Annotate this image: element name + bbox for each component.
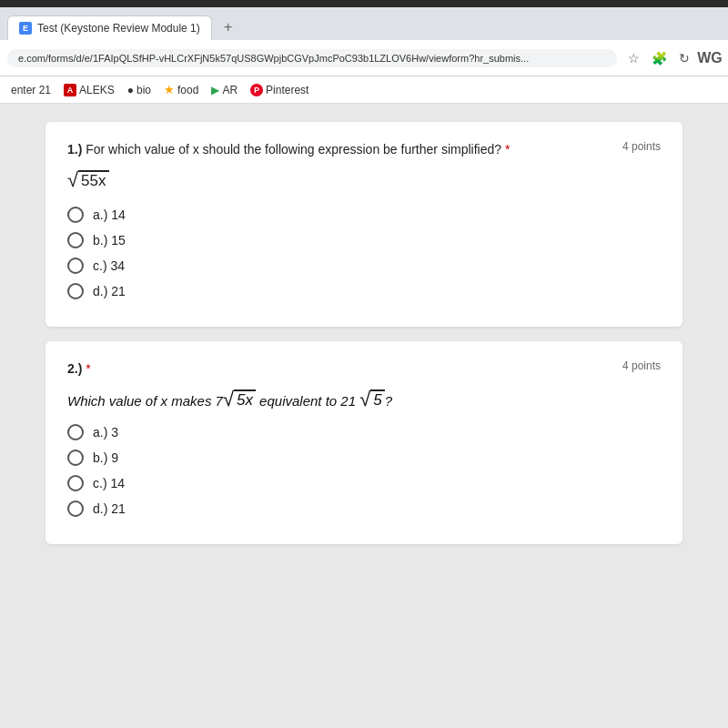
- browser-top-edge: [0, 0, 728, 7]
- ar-icon: ▶: [211, 84, 219, 96]
- url-input[interactable]: e.com/forms/d/e/1FAIpQLSfHP-vHLCrXFjN5k5…: [7, 49, 617, 67]
- q2-expression-text: Which value of x makes 7√5x equivalent t…: [67, 389, 661, 410]
- q1-label-a: a.) 14: [93, 207, 126, 222]
- q1-option-d[interactable]: d.) 21: [67, 283, 661, 299]
- bookmark-bio[interactable]: ● bio: [124, 82, 155, 98]
- question-1-card: 1.) For which value of x should the foll…: [46, 122, 682, 327]
- q2-label-d: d.) 21: [93, 501, 126, 516]
- radical-sign: √: [67, 170, 78, 190]
- tab-favicon: E: [19, 22, 32, 35]
- q2-sqrt-content: 5x: [234, 389, 256, 410]
- q2-sqrt-5: 5: [370, 389, 384, 410]
- bookmark-star-icon[interactable]: ☆: [622, 47, 644, 69]
- bookmark-aleks[interactable]: A ALEKS: [60, 82, 118, 98]
- q1-label-d: d.) 21: [93, 284, 126, 298]
- address-bar: e.com/forms/d/e/1FAIpQLSfHP-vHLCrXFjN5k5…: [0, 40, 728, 76]
- active-tab[interactable]: E Test (Keystone Review Module 1): [7, 15, 212, 40]
- aleks-icon: A: [64, 84, 76, 96]
- q2-option-b[interactable]: b.) 9: [67, 450, 661, 466]
- bookmark-enter21[interactable]: enter 21: [7, 82, 55, 98]
- tab-bar: E Test (Keystone Review Module 1) +: [0, 7, 728, 40]
- q1-option-b[interactable]: b.) 15: [67, 232, 661, 248]
- q1-option-c[interactable]: c.) 34: [67, 258, 661, 274]
- q1-radio-d[interactable]: [67, 283, 84, 299]
- bookmark-ar[interactable]: ▶ AR: [207, 82, 241, 98]
- q2-radical2: √: [359, 389, 370, 410]
- q2-question-mark: ?: [385, 393, 392, 409]
- q1-label-c: c.) 34: [93, 258, 125, 273]
- q2-italic-prefix: Which value of x makes 7: [67, 393, 223, 409]
- food-star-icon: ★: [164, 83, 175, 96]
- ar-label: AR: [222, 84, 238, 96]
- q2-option-a[interactable]: a.) 3: [67, 424, 661, 440]
- pinterest-label: Pinterest: [266, 84, 308, 96]
- bio-dot-icon: ●: [127, 84, 134, 96]
- q2-option-c[interactable]: c.) 14: [67, 475, 661, 491]
- bookmark-food[interactable]: ★ food: [160, 81, 202, 98]
- food-label: food: [177, 84, 198, 96]
- q1-header: 1.) For which value of x should the foll…: [67, 140, 661, 159]
- extension-icon[interactable]: 🧩: [648, 47, 670, 69]
- page-content: 1.) For which value of x should the foll…: [0, 104, 728, 728]
- q2-label-c: c.) 14: [93, 476, 125, 490]
- sqrt-55x-symbol: √55x: [67, 170, 109, 190]
- sqrt-5x-symbol: √5x: [223, 389, 256, 410]
- address-icons: ☆ 🧩 ↻ WG: [622, 47, 721, 69]
- q2-option-d[interactable]: d.) 21: [67, 500, 661, 517]
- q1-required: *: [505, 142, 510, 157]
- q1-radio-c[interactable]: [67, 258, 84, 274]
- pinterest-icon: P: [250, 84, 263, 96]
- q1-radio-a[interactable]: [67, 207, 84, 223]
- q2-label-a: a.) 3: [93, 425, 118, 440]
- refresh-icon[interactable]: ↻: [673, 47, 695, 69]
- q2-label-b: b.) 9: [93, 450, 118, 465]
- q1-text: 1.) For which value of x should the foll…: [67, 140, 510, 159]
- q2-radio-c[interactable]: [67, 475, 84, 491]
- q1-option-a[interactable]: a.) 14: [67, 207, 661, 223]
- q1-expression: √55x: [67, 170, 661, 190]
- q1-radio-b[interactable]: [67, 232, 84, 248]
- q2-italic-suffix: equivalent to 21: [256, 393, 359, 409]
- q2-radio-b[interactable]: [67, 450, 84, 466]
- q2-radio-a[interactable]: [67, 424, 84, 440]
- sqrt-55x-content: 55x: [78, 170, 108, 190]
- q1-number: 1.): [67, 142, 82, 157]
- enter21-label: enter 21: [11, 84, 51, 96]
- sqrt-5-symbol: √5: [359, 389, 385, 410]
- browser-frame: E Test (Keystone Review Module 1) + e.co…: [0, 0, 728, 728]
- bookmarks-bar: enter 21 A ALEKS ● bio ★ food ▶ AR P Pin…: [0, 76, 728, 104]
- new-tab-button[interactable]: +: [216, 15, 241, 40]
- q2-required: *: [86, 361, 90, 376]
- q2-radical: √: [223, 389, 234, 410]
- q2-header: 2.) * 4 points: [67, 359, 661, 379]
- bookmark-pinterest[interactable]: P Pinterest: [247, 82, 312, 98]
- aleks-label: ALEKS: [79, 84, 115, 96]
- q2-radio-d[interactable]: [67, 500, 84, 517]
- q1-points: 4 points: [622, 140, 661, 153]
- q2-number: 2.): [67, 361, 82, 376]
- q1-description: For which value of x should the followin…: [86, 142, 501, 157]
- bio-label: bio: [136, 84, 151, 96]
- q2-points: 4 points: [622, 359, 661, 372]
- menu-icon[interactable]: WG: [699, 47, 721, 69]
- q2-text: 2.) *: [67, 359, 91, 379]
- q1-label-b: b.) 15: [93, 233, 126, 248]
- url-text: e.com/forms/d/e/1FAIpQLSfHP-vHLCrXFjN5k5…: [18, 53, 529, 64]
- question-2-card: 2.) * 4 points Which value of x makes 7√…: [46, 341, 682, 544]
- tab-title: Test (Keystone Review Module 1): [37, 22, 200, 35]
